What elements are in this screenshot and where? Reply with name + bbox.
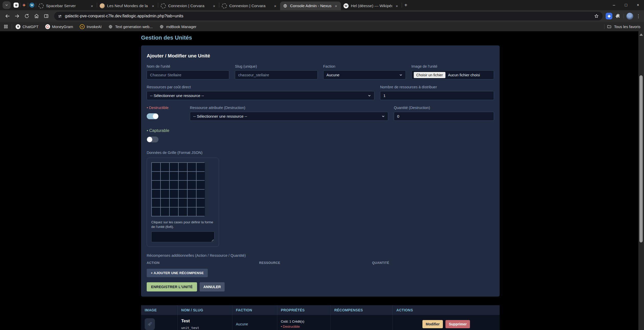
close-button[interactable]: × [632, 0, 644, 10]
apps-grid-icon[interactable] [4, 24, 8, 29]
capturable-toggle[interactable] [147, 137, 158, 142]
grid-cell[interactable] [170, 199, 178, 207]
tab-close-icon[interactable]: × [395, 4, 399, 8]
grid-cell[interactable] [170, 181, 178, 189]
edit-unit-button[interactable]: Modifier [422, 320, 443, 328]
tab-console-admin-nexus[interactable]: Console Admin - Nexus × [280, 2, 341, 10]
extension-icon[interactable] [606, 13, 612, 19]
grid-cell[interactable] [170, 172, 178, 180]
grid-json-textarea[interactable] [151, 231, 214, 242]
grid-cell[interactable] [170, 207, 178, 216]
save-unit-button[interactable]: ENREGISTRER L'UNITÉ [147, 282, 197, 291]
grid-cell[interactable] [161, 172, 169, 180]
resize-handle-icon[interactable] [211, 239, 214, 242]
vertical-scrollbar[interactable] [638, 31, 644, 330]
grid-cell[interactable] [197, 199, 205, 207]
grid-cell[interactable] [179, 190, 187, 198]
tab-hel-wikipedia[interactable]: W Hel (déesse) — Wikipédia × [341, 2, 402, 10]
grid-cell[interactable] [179, 181, 187, 189]
grid-cell[interactable] [170, 190, 178, 198]
grid-cell[interactable] [152, 163, 160, 171]
profile-avatar[interactable] [626, 13, 633, 20]
grid-cell[interactable] [188, 199, 196, 207]
grid-cell[interactable] [161, 181, 169, 189]
back-button[interactable] [3, 12, 12, 20]
faction-select[interactable]: Aucune [323, 70, 406, 79]
grid-cell[interactable] [161, 190, 169, 198]
grid-cell[interactable] [197, 207, 205, 216]
back-icon [5, 13, 10, 19]
cancel-button[interactable]: ANNULER [200, 282, 225, 291]
unit-image-file-input[interactable]: Choisir un fichier Aucun fichier choisi [411, 70, 494, 79]
minimize-button[interactable]: – [608, 0, 620, 10]
choose-file-button[interactable]: Choisir un fichier [414, 72, 445, 78]
delete-unit-button[interactable]: Supprimer [445, 320, 470, 328]
bookmark-text-generation[interactable]: Text generation web... [108, 24, 153, 29]
destructible-toggle[interactable] [147, 113, 158, 119]
grid-cell[interactable] [197, 181, 205, 189]
tab-connexion-corvara-2[interactable]: Connexion | Corvara × [219, 2, 280, 10]
grid-cell[interactable] [152, 172, 160, 180]
grid-cell[interactable] [188, 181, 196, 189]
all-bookmarks[interactable]: Tous les favoris [604, 24, 640, 29]
maximize-button[interactable]: □ [620, 0, 632, 10]
side-panel-button[interactable] [42, 12, 51, 20]
forward-button[interactable] [13, 12, 21, 20]
tab-close-icon[interactable]: × [151, 4, 155, 8]
grid-cell[interactable] [179, 199, 187, 207]
destruction-qty-input[interactable] [394, 112, 494, 121]
grid-cell[interactable] [188, 172, 196, 180]
grid-cell[interactable] [197, 172, 205, 180]
grid-cell[interactable] [188, 163, 196, 171]
grid-cell[interactable] [152, 199, 160, 207]
chevron-down-icon [382, 115, 385, 118]
bookmark-mdbook-manager[interactable]: mdBook Manager [159, 24, 196, 29]
grid-cell[interactable] [161, 207, 169, 216]
pinned-tab-gemini[interactable] [20, 1, 28, 9]
site-favicon [161, 3, 166, 8]
tab-close-icon[interactable]: × [334, 4, 338, 8]
scrollbar-thumb[interactable] [639, 75, 643, 242]
grid-cell[interactable] [152, 190, 160, 198]
bookmark-invokeai[interactable]: InvokeAI [80, 24, 101, 29]
bookmark-moneygram[interactable]: MoneyGram [45, 24, 73, 29]
grid-cell[interactable] [161, 163, 169, 171]
tab-search-button[interactable] [3, 1, 11, 9]
pinned-tab-wordpress[interactable]: W [28, 1, 36, 9]
tab-connexion-corvara-1[interactable]: Connexion | Corvara × [158, 2, 219, 10]
bookmark-chatgpt[interactable]: ChatGPT [16, 24, 39, 29]
grid-cell[interactable] [152, 207, 160, 216]
bookmark-star-icon[interactable] [594, 14, 599, 19]
pinned-tab-chatgpt[interactable] [12, 1, 20, 9]
tab-close-icon[interactable]: × [212, 4, 216, 8]
chevron-down-icon [399, 73, 402, 77]
grid-cell[interactable] [161, 199, 169, 207]
destruction-resource-select[interactable]: -- Sélectionner une ressource -- [190, 112, 388, 121]
table-header-row: IMAGE NOM / SLUG FACTION PROPRIÉTÉS RÉCO… [141, 305, 500, 315]
grid-cell[interactable] [188, 190, 196, 198]
cost-resource-select[interactable]: -- Sélectionner une ressource -- [147, 91, 374, 100]
reload-button[interactable] [22, 12, 31, 20]
tab-spacebar-server[interactable]: Spacebar Server × [36, 2, 97, 10]
tab-close-icon[interactable]: × [273, 4, 278, 8]
grid-cell[interactable] [197, 190, 205, 198]
scroll-up-arrow[interactable] [639, 33, 643, 36]
new-tab-button[interactable]: + [402, 1, 410, 9]
grid-cell[interactable] [179, 163, 187, 171]
extensions-puzzle-icon[interactable] [615, 13, 621, 19]
grid-cell[interactable] [179, 207, 187, 216]
address-bar[interactable]: galactic-pve-conquest-c7fe.dev.flatlogic… [54, 12, 603, 20]
tab-neuf-mondes[interactable]: Les Neuf Mondes de la Mythol × [97, 2, 158, 10]
grid-cell[interactable] [179, 172, 187, 180]
unit-name-input[interactable] [147, 70, 229, 79]
grid-cell[interactable] [197, 163, 205, 171]
unit-slug-input[interactable] [235, 70, 317, 79]
add-reward-button[interactable]: + AJOUTER UNE RÉCOMPENSE [147, 269, 208, 277]
browser-menu-icon[interactable]: ⋮ [636, 13, 641, 19]
grid-cell[interactable] [152, 181, 160, 189]
distribute-count-input[interactable] [380, 91, 494, 100]
tab-close-icon[interactable]: × [90, 4, 94, 8]
home-button[interactable] [32, 12, 41, 20]
grid-cell[interactable] [170, 163, 178, 171]
grid-cell[interactable] [188, 207, 196, 216]
